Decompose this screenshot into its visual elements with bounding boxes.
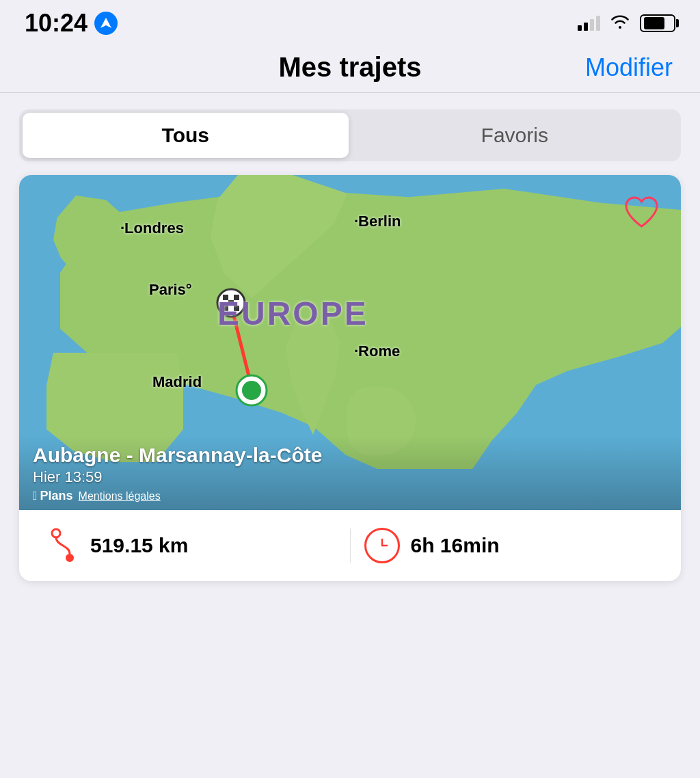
map-label-madrid: Madrid <box>152 373 202 391</box>
route-datetime: Hier 13:59 <box>33 468 667 486</box>
modifier-button[interactable]: Modifier <box>585 53 673 82</box>
favorite-heart-icon <box>623 196 660 238</box>
plans-label: Plans <box>40 489 73 503</box>
battery-icon: 75 <box>640 14 675 32</box>
distance-stat: 519.15 km <box>46 526 336 565</box>
distance-value: 519.15 km <box>90 534 188 557</box>
stats-divider <box>350 528 351 563</box>
map-label-berlin: ·Berlin <box>354 213 401 230</box>
page-title: Mes trajets <box>279 52 422 83</box>
apple-logo-icon:  <box>33 489 38 503</box>
wifi-icon <box>610 14 630 33</box>
svg-point-13 <box>52 529 60 537</box>
stats-row: 519.15 km 6h 16min <box>19 510 681 581</box>
map-label-europe: EUROPE <box>217 295 368 332</box>
svg-point-12 <box>242 381 261 400</box>
duration-icon <box>364 528 400 563</box>
tab-favoris[interactable]: Favoris <box>352 113 678 158</box>
map-label-paris: Paris° <box>149 281 192 299</box>
map-footer:  Plans Mentions légales <box>33 489 667 503</box>
status-time-group: 10:24 <box>25 9 118 38</box>
duration-value: 6h 16min <box>411 534 500 557</box>
map-label-rome: ·Rome <box>354 343 400 360</box>
route-card[interactable]: EUROPE Paris° ·Londres ·Berlin Madrid ·R… <box>19 175 681 581</box>
map-label-london: ·Londres <box>120 219 184 237</box>
location-services-icon <box>94 12 118 35</box>
status-right-group: 75 <box>578 14 675 33</box>
segment-container: Tous Favoris <box>0 93 700 175</box>
legal-link[interactable]: Mentions légales <box>79 490 161 502</box>
svg-point-14 <box>66 554 74 562</box>
map-overlay: Aubagne - Marsannay-la-Côte Hier 13:59 … <box>19 435 681 510</box>
distance-icon <box>46 526 79 565</box>
status-bar: 10:24 75 <box>0 0 700 41</box>
apple-plans-logo:  Plans <box>33 489 73 503</box>
segment-control: Tous Favoris <box>19 109 681 161</box>
signal-icon <box>578 16 600 31</box>
tab-tous[interactable]: Tous <box>23 113 349 158</box>
map-view: EUROPE Paris° ·Londres ·Berlin Madrid ·R… <box>19 175 681 510</box>
page-header: Mes trajets Modifier <box>0 41 700 93</box>
duration-stat: 6h 16min <box>364 528 654 563</box>
time-display: 10:24 <box>25 9 88 38</box>
route-name: Aubagne - Marsannay-la-Côte <box>33 444 667 467</box>
